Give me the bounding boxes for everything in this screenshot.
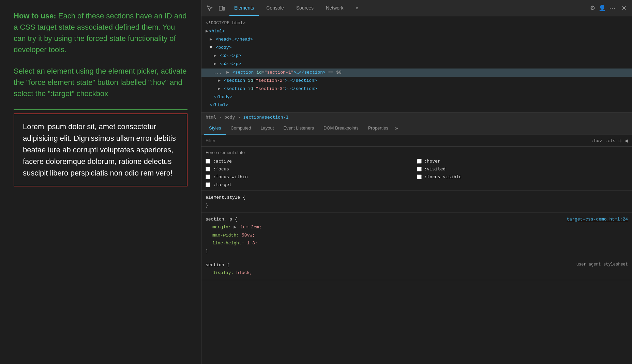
tree-section-3[interactable]: ▶ <section id="section-3">…</section> bbox=[201, 85, 632, 93]
css-prop-display: display: block; bbox=[206, 269, 628, 277]
css-prop-maxwidth-value: 50vw; bbox=[242, 233, 255, 238]
section-box: Lorem ipsum dolor sit, amet consectetur … bbox=[14, 113, 187, 186]
tree-html-open[interactable]: ▶<html> bbox=[201, 27, 632, 35]
breadcrumb-section[interactable]: section#section-1 bbox=[243, 115, 288, 120]
styles-more-tabs-button[interactable]: » bbox=[393, 122, 400, 135]
force-state-title: Force element state bbox=[206, 150, 628, 155]
tree-head[interactable]: ▶ <head>…</head> bbox=[201, 35, 632, 44]
css-selector-element-style: element.style { bbox=[206, 194, 628, 201]
checkbox-focus-within-input[interactable] bbox=[206, 175, 210, 179]
styles-tabs-bar: Styles Computed Layout Event Listeners D… bbox=[201, 122, 632, 135]
css-prop-maxwidth: max-width: 50vw; bbox=[206, 231, 628, 239]
tab-event-listeners[interactable]: Event Listeners bbox=[279, 122, 319, 135]
lorem-text: Lorem ipsum dolor sit, amet consectetur … bbox=[23, 121, 178, 179]
tree-html-close: </html> bbox=[201, 101, 632, 109]
html-tree: <!DOCTYPE html> ▶<html> ▶ <head>…</head>… bbox=[201, 16, 632, 112]
css-rule-section-p: section, p { target-css-demo.html:24 mar… bbox=[201, 213, 632, 258]
checkbox-hover-input[interactable] bbox=[417, 159, 422, 164]
styles-section: Force element state :active :hover :focu… bbox=[201, 147, 632, 364]
add-style-button[interactable]: + bbox=[618, 137, 622, 144]
css-rule-section-ua: section { user agent stylesheet display:… bbox=[201, 258, 632, 280]
css-prop-lineheight-name: line-height: bbox=[212, 241, 247, 246]
cls-toggle-button[interactable]: ◀ bbox=[625, 137, 628, 144]
hov-button[interactable]: :hov bbox=[591, 138, 602, 143]
filter-right: :hov .cls + ◀ bbox=[591, 137, 628, 144]
breadcrumb-body[interactable]: body bbox=[224, 115, 235, 120]
tree-section-1[interactable]: ... ▶ <section id="section-1">…</section… bbox=[201, 69, 632, 77]
element-picker-icon[interactable] bbox=[205, 3, 214, 13]
breadcrumb-separator-1: › bbox=[219, 115, 222, 120]
tab-computed[interactable]: Computed bbox=[226, 122, 256, 135]
svg-rect-0 bbox=[219, 6, 223, 10]
tab-layout[interactable]: Layout bbox=[256, 122, 279, 135]
checkbox-focus-visible[interactable]: :focus-visible bbox=[417, 174, 628, 179]
tab-sources[interactable]: Sources bbox=[291, 0, 318, 16]
css-prop-margin-name: margin: bbox=[212, 225, 234, 230]
user-icon[interactable]: 👤 bbox=[599, 4, 606, 12]
instruction-text: How to use: Each of these sections have … bbox=[14, 10, 187, 55]
css-prop-display-name: display: bbox=[212, 270, 236, 275]
css-rule-element-style: element.style { } bbox=[201, 191, 632, 213]
tree-p1[interactable]: ▶ <p>…</p> bbox=[201, 52, 632, 60]
checkbox-focus-input[interactable] bbox=[206, 167, 210, 171]
css-brace-close-element: } bbox=[206, 201, 628, 209]
toolbar-right: ⚙ 👤 ⋯ ✕ bbox=[590, 4, 629, 13]
more-tabs-button[interactable]: » bbox=[351, 0, 363, 16]
css-prop-display-value: block; bbox=[236, 270, 252, 275]
tree-p2[interactable]: ▶ <p>…</p> bbox=[201, 60, 632, 68]
tab-elements[interactable]: Elements bbox=[229, 0, 259, 16]
css-prop-margin: margin: ▶ 1em 2em; bbox=[206, 223, 628, 231]
checkbox-focus-within[interactable]: :focus-within bbox=[206, 174, 417, 179]
cls-button[interactable]: .cls bbox=[605, 138, 615, 143]
checkbox-target-input[interactable] bbox=[206, 182, 210, 187]
css-selector-section-ua: section { user agent stylesheet bbox=[206, 261, 628, 269]
css-brace-close-section-p: } bbox=[206, 247, 628, 255]
checkbox-visited[interactable]: :visited bbox=[417, 166, 628, 171]
css-prop-lineheight: line-height: 1.3; bbox=[206, 239, 628, 247]
tab-dom-breakpoints[interactable]: DOM Breakpoints bbox=[319, 122, 363, 135]
devtools-toolbar: Elements Console Sources Network » ⚙ 👤 ⋯… bbox=[201, 0, 632, 16]
force-element-state-section: Force element state :active :hover :focu… bbox=[201, 147, 632, 191]
tab-styles[interactable]: Styles bbox=[204, 122, 226, 135]
css-prop-maxwidth-name: max-width: bbox=[212, 233, 242, 238]
css-prop-lineheight-value: 1.3; bbox=[247, 241, 257, 246]
css-prop-margin-value: 1em 2em; bbox=[240, 225, 261, 230]
user-agent-label: user agent stylesheet bbox=[576, 261, 628, 269]
more-options-icon[interactable]: ⋯ bbox=[609, 4, 616, 12]
tree-body-open[interactable]: ▼ <body> bbox=[201, 44, 632, 52]
left-panel: How to use: Each of these sections have … bbox=[0, 0, 201, 364]
checkbox-focus-visible-input[interactable] bbox=[417, 175, 422, 179]
breadcrumb-separator-2: › bbox=[238, 115, 240, 120]
device-toolbar-icon[interactable] bbox=[217, 3, 227, 13]
tab-properties[interactable]: Properties bbox=[363, 122, 393, 135]
close-devtools-button[interactable]: ✕ bbox=[619, 4, 629, 13]
checkbox-visited-input[interactable] bbox=[417, 167, 422, 171]
tree-section-2[interactable]: ▶ <section id="section-2">…</section> bbox=[201, 77, 632, 85]
checkbox-active-input[interactable] bbox=[206, 159, 210, 164]
state-checkboxes: :active :hover :focus :visited :focus-wi… bbox=[206, 158, 628, 187]
css-margin-arrow[interactable]: ▶ bbox=[234, 225, 236, 230]
checkbox-active[interactable]: :active bbox=[206, 158, 417, 164]
tree-doctype: <!DOCTYPE html> bbox=[201, 19, 632, 27]
tab-network[interactable]: Network bbox=[321, 0, 348, 16]
filter-bar: :hov .cls + ◀ bbox=[201, 135, 632, 147]
checkbox-focus[interactable]: :focus bbox=[206, 166, 417, 171]
css-selector-section-p: section, p { target-css-demo.html:24 bbox=[206, 215, 628, 223]
tab-console[interactable]: Console bbox=[261, 0, 288, 16]
settings-icon[interactable]: ⚙ bbox=[590, 4, 595, 12]
select-text: Select an element using the element pick… bbox=[14, 65, 187, 99]
svg-rect-1 bbox=[223, 7, 225, 10]
devtools-panel: Elements Console Sources Network » ⚙ 👤 ⋯… bbox=[201, 0, 632, 364]
breadcrumb-html[interactable]: html bbox=[206, 115, 216, 120]
filter-input[interactable] bbox=[206, 138, 591, 143]
checkbox-hover[interactable]: :hover bbox=[417, 158, 628, 164]
tree-body-close: </body> bbox=[201, 93, 632, 101]
checkbox-target[interactable]: :target bbox=[206, 182, 417, 187]
breadcrumb-bar: html › body › section#section-1 bbox=[201, 112, 632, 122]
how-to-use-bold: How to use: bbox=[14, 12, 56, 20]
css-source-link-section-p[interactable]: target-css-demo.html:24 bbox=[567, 215, 628, 223]
